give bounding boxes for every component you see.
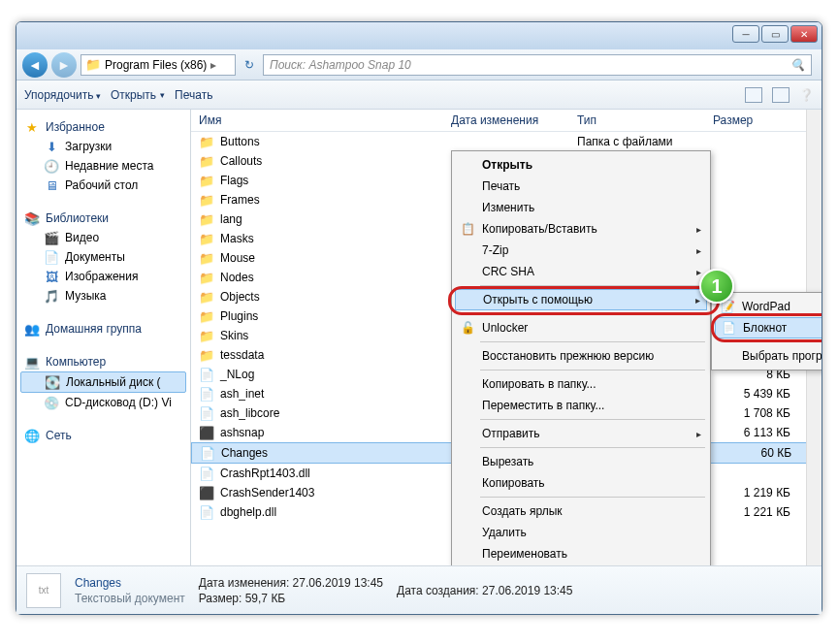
folder-icon: 📁: [199, 173, 214, 188]
print-button[interactable]: Печать: [175, 88, 212, 102]
file-list-pane: Имя Дата изменения Тип Размер 📁ButtonsПа…: [191, 110, 822, 565]
menu-item[interactable]: Изменить: [455, 197, 707, 218]
view-icons-button[interactable]: [745, 87, 762, 103]
menu-item[interactable]: Копировать: [455, 472, 707, 494]
col-type[interactable]: Тип: [577, 113, 713, 127]
breadcrumb[interactable]: 📁 Program Files (x86) ▸: [81, 54, 236, 76]
sidebar-item-recent[interactable]: 🕘Недавние места: [20, 156, 186, 176]
close-button[interactable]: ✕: [790, 25, 818, 43]
menu-item[interactable]: Отправить: [455, 423, 707, 444]
open-button[interactable]: Открыть: [111, 88, 165, 102]
menu-item[interactable]: Вырезать: [455, 451, 707, 472]
col-size[interactable]: Размер: [713, 113, 800, 127]
file-name: Objects: [220, 290, 260, 304]
menu-item[interactable]: Восстановить прежнюю версию: [455, 345, 707, 367]
table-row[interactable]: 📁ButtonsПапка с файлами: [191, 132, 822, 151]
desktop-icon: 🖥: [44, 177, 59, 193]
folder-icon: 📁: [199, 328, 214, 343]
search-input[interactable]: Поиск: Ashampoo Snap 10 🔍: [263, 54, 812, 76]
menu-item[interactable]: CRC SHA: [455, 261, 707, 282]
col-date[interactable]: Дата изменения: [451, 113, 577, 127]
chevron-right-icon: ▸: [210, 58, 216, 72]
menu-item[interactable]: Открыть: [455, 154, 707, 176]
folder-icon: 📁: [199, 308, 214, 324]
maximize-button[interactable]: ▭: [761, 25, 789, 43]
organize-button[interactable]: Упорядочить: [24, 88, 101, 102]
file-icon: 📄: [199, 405, 214, 421]
menu-item[interactable]: Выбрать программу...: [715, 345, 822, 367]
sidebar-item-pictures[interactable]: 🖼Изображения: [20, 267, 186, 286]
file-name: Frames: [220, 193, 260, 207]
menu-item[interactable]: Удалить: [455, 522, 707, 543]
file-icon: 📄: [199, 504, 214, 520]
menu-item[interactable]: Создать ярлык: [455, 500, 707, 522]
document-icon: 📄: [44, 249, 59, 265]
sidebar-item-music[interactable]: 🎵Музыка: [20, 286, 186, 306]
folder-icon: 📁: [199, 347, 214, 363]
menu-item[interactable]: Открыть с помощью: [455, 289, 707, 310]
menu-item[interactable]: Переименовать: [455, 543, 707, 564]
file-name: Nodes: [220, 271, 254, 284]
col-name[interactable]: Имя: [199, 113, 451, 127]
file-name: Flags: [220, 174, 248, 187]
file-name: ash_libcore: [220, 406, 279, 420]
homegroup-icon: 👥: [24, 321, 40, 337]
file-size: 6 113 КБ: [713, 426, 800, 439]
sidebar-libraries[interactable]: 📚Библиотеки: [20, 209, 186, 228]
folder-icon: 📁: [199, 289, 214, 305]
forward-button[interactable]: ►: [51, 52, 77, 78]
video-icon: 🎬: [44, 230, 59, 245]
folder-icon: 📁: [199, 153, 214, 169]
file-name: Mouse: [220, 251, 255, 265]
cd-icon: 💿: [44, 395, 59, 410]
folder-icon: 📁: [199, 270, 214, 285]
menu-item[interactable]: Копировать в папку...: [455, 373, 707, 395]
toolbar: Упорядочить Открыть Печать ❔: [16, 80, 822, 110]
app-icon: ⬛: [199, 485, 214, 500]
library-icon: 📚: [24, 210, 40, 226]
sidebar-computer[interactable]: 💻Компьютер: [20, 352, 186, 371]
folder-icon: 📁: [199, 250, 214, 266]
badge-1: 1: [699, 269, 734, 304]
search-icon: 🔍: [790, 58, 805, 72]
menu-item[interactable]: 🔓Unlocker: [455, 317, 707, 338]
file-name: CrashRpt1403.dll: [220, 467, 310, 480]
file-name: lang: [220, 212, 242, 226]
sidebar-item-desktop[interactable]: 🖥Рабочий стол: [20, 176, 186, 195]
computer-icon: 💻: [24, 354, 40, 370]
menu-item[interactable]: Переместить в папку...: [455, 395, 707, 416]
menu-icon: 📋: [460, 221, 475, 237]
file-size: 5 439 КБ: [713, 387, 800, 401]
explorer-window: ─ ▭ ✕ ◄ ► 📁 Program Files (x86) ▸ ↻ Поис…: [16, 21, 822, 615]
file-name: Masks: [220, 232, 254, 245]
file-icon: 📄: [200, 445, 215, 461]
network-icon: 🌐: [24, 428, 40, 443]
refresh-button[interactable]: ↻: [240, 55, 259, 75]
sidebar-item-localdisk[interactable]: 💽Локальный диск (: [20, 371, 186, 393]
preview-pane-button[interactable]: [772, 87, 790, 103]
menu-item[interactable]: 7-Zip: [455, 240, 707, 261]
sidebar-item-downloads[interactable]: ⬇Загрузки: [20, 137, 186, 156]
statusbar: txt Changes Текстовый документ Дата изме…: [16, 565, 822, 614]
minimize-button[interactable]: ─: [732, 25, 759, 43]
sidebar-network[interactable]: 🌐Сеть: [20, 426, 186, 445]
app-icon: ⬛: [199, 425, 214, 440]
sidebar-favorites[interactable]: ★Избранное: [20, 117, 186, 137]
star-icon: ★: [24, 119, 40, 135]
menu-item[interactable]: 📄Блокнот: [715, 317, 822, 338]
menu-item[interactable]: 📝WordPad: [715, 296, 822, 317]
sidebar-item-cddrive[interactable]: 💿CD-дисковод (D:) Vi: [20, 393, 186, 412]
file-name: ash_inet: [220, 387, 264, 401]
menu-item[interactable]: 📋Копировать/Вставить: [455, 218, 707, 240]
folder-icon: 📁: [199, 231, 214, 246]
music-icon: 🎵: [44, 288, 59, 304]
sidebar-item-video[interactable]: 🎬Видео: [20, 228, 186, 247]
back-button[interactable]: ◄: [22, 52, 48, 78]
sidebar-item-documents[interactable]: 📄Документы: [20, 247, 186, 267]
file-size: 1 708 КБ: [713, 406, 800, 420]
sidebar-homegroup[interactable]: 👥Домашняя группа: [20, 319, 186, 338]
help-button[interactable]: ❔: [799, 88, 814, 102]
status-filename: Changes: [75, 576, 185, 590]
file-icon: 📄: [199, 386, 214, 402]
menu-item[interactable]: Печать: [455, 176, 707, 197]
